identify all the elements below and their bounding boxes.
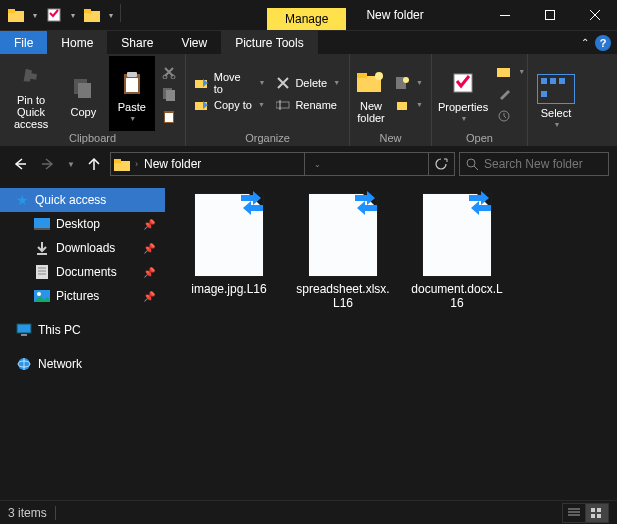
menu-picture-tools[interactable]: Picture Tools	[221, 31, 317, 54]
sync-overlay-icon	[349, 191, 383, 217]
pin-icon: 📌	[143, 243, 155, 254]
new-item-button[interactable]: ▼	[390, 72, 427, 94]
svg-rect-56	[597, 508, 601, 512]
history-button[interactable]	[492, 105, 529, 127]
svg-rect-23	[357, 73, 367, 78]
address-dropdown-icon[interactable]: ⌄	[308, 160, 327, 169]
nav-desktop[interactable]: Desktop📌	[0, 212, 165, 236]
svg-rect-8	[78, 83, 91, 98]
status-item-count: 3 items	[8, 506, 47, 520]
svg-rect-4	[84, 9, 91, 13]
svg-rect-41	[36, 265, 48, 279]
copy-button[interactable]: Copy	[60, 56, 106, 131]
nav-pictures[interactable]: Pictures📌	[0, 284, 165, 308]
documents-icon	[34, 264, 50, 280]
open-button[interactable]: ▼	[492, 61, 529, 83]
menubar: File Home Share View Picture Tools ⌃ ?	[0, 30, 617, 54]
select-button[interactable]: Select ▼	[532, 56, 580, 143]
svg-point-46	[37, 292, 41, 296]
file-icon	[423, 194, 491, 276]
view-details-button[interactable]	[562, 503, 586, 523]
qat-dropdown-1[interactable]: ▾	[28, 4, 42, 26]
move-to-button[interactable]: Move to▼	[190, 72, 269, 94]
nav-this-pc[interactable]: This PC	[0, 318, 165, 342]
svg-rect-48	[21, 334, 27, 336]
svg-rect-58	[597, 514, 601, 518]
menu-share[interactable]: Share	[107, 31, 167, 54]
breadcrumb-item[interactable]: New folder	[140, 157, 205, 171]
help-icon[interactable]: ?	[595, 35, 611, 51]
downloads-icon	[34, 240, 50, 256]
menu-home[interactable]: Home	[47, 31, 107, 54]
pin-icon: 📌	[143, 219, 155, 230]
pin-to-quick-access-button[interactable]: Pin to Quick access	[4, 56, 58, 131]
nav-back-button[interactable]	[8, 152, 32, 176]
search-input[interactable]: Search New folder	[459, 152, 609, 176]
svg-rect-15	[166, 90, 175, 101]
svg-point-26	[403, 77, 409, 83]
close-button[interactable]	[572, 0, 617, 30]
file-item[interactable]: document.docx.L16	[409, 194, 505, 310]
cut-button[interactable]	[157, 61, 181, 83]
svg-rect-20	[276, 102, 289, 108]
sync-overlay-icon	[235, 191, 269, 217]
nav-downloads[interactable]: Downloads📌	[0, 236, 165, 260]
svg-rect-17	[165, 113, 173, 122]
svg-rect-6	[545, 11, 554, 20]
file-icon	[195, 194, 263, 276]
svg-rect-29	[497, 68, 510, 77]
svg-rect-27	[397, 102, 407, 110]
rename-button[interactable]: Rename	[271, 94, 345, 116]
address-input[interactable]: › New folder ⌄	[110, 152, 455, 176]
qat-dropdown-2[interactable]: ▾	[66, 4, 80, 26]
svg-rect-55	[591, 508, 595, 512]
refresh-button[interactable]	[428, 153, 454, 175]
svg-rect-5	[500, 15, 510, 16]
select-icon	[537, 74, 575, 104]
window-title: New folder	[346, 8, 443, 22]
menu-file[interactable]: File	[0, 31, 47, 54]
app-icon	[4, 4, 28, 26]
svg-rect-38	[34, 218, 50, 228]
menu-view[interactable]: View	[167, 31, 221, 54]
maximize-button[interactable]	[527, 0, 572, 30]
file-item[interactable]: image.jpg.L16	[181, 194, 277, 296]
context-tab-manage[interactable]: Manage	[267, 8, 346, 30]
nav-quick-access[interactable]: ★ Quick access	[0, 188, 165, 212]
qat-properties-icon[interactable]	[42, 4, 66, 26]
file-item[interactable]: spreadsheet.xlsx.L16	[295, 194, 391, 310]
desktop-icon	[34, 216, 50, 232]
this-pc-icon	[16, 322, 32, 338]
group-clipboard-label: Clipboard	[4, 131, 181, 146]
copy-path-button[interactable]	[157, 83, 181, 105]
nav-up-button[interactable]	[82, 152, 106, 176]
ribbon-collapse-icon[interactable]: ⌃	[581, 37, 589, 48]
svg-rect-57	[591, 514, 595, 518]
nav-documents[interactable]: Documents📌	[0, 260, 165, 284]
star-icon: ★	[16, 192, 29, 208]
paste-shortcut-button[interactable]	[157, 105, 181, 127]
file-list[interactable]: image.jpg.L16 spreadsheet.xlsx.L16 docum…	[165, 182, 617, 500]
svg-rect-10	[127, 72, 137, 77]
group-open-label: Open	[436, 131, 523, 146]
nav-forward-button[interactable]	[36, 152, 60, 176]
nav-recent-dropdown[interactable]: ▼	[64, 152, 78, 176]
view-large-icons-button[interactable]	[585, 503, 609, 523]
easy-access-button[interactable]: ▼	[390, 94, 427, 116]
nav-network[interactable]: Network	[0, 352, 165, 376]
qat-newfolder-icon[interactable]	[80, 4, 104, 26]
copy-to-button[interactable]: Copy to▼	[190, 94, 269, 116]
qat-customize[interactable]: ▾	[104, 4, 118, 26]
file-icon	[309, 194, 377, 276]
group-organize-label: Organize	[190, 131, 345, 146]
properties-button[interactable]: Properties ▼	[436, 56, 490, 131]
delete-button[interactable]: Delete▼	[271, 72, 345, 94]
svg-rect-39	[34, 228, 50, 230]
minimize-button[interactable]	[482, 0, 527, 30]
svg-point-36	[467, 159, 475, 167]
address-bar: ▼ › New folder ⌄ Search New folder	[0, 146, 617, 182]
paste-button[interactable]: Paste ▼	[109, 56, 155, 131]
new-folder-button[interactable]: New folder	[354, 56, 388, 131]
edit-button[interactable]	[492, 83, 529, 105]
sync-overlay-icon	[463, 191, 497, 217]
